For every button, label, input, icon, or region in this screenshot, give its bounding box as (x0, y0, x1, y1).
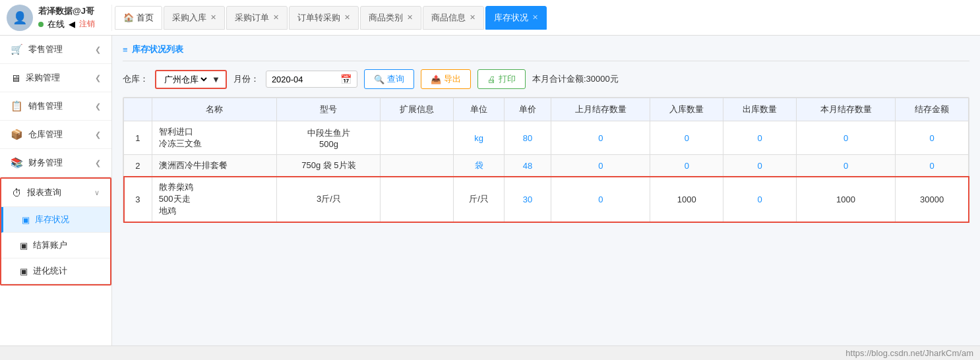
print-btn-label: 打印 (499, 73, 516, 85)
sidebar-sub-item-inventory-label: 库存状况 (35, 214, 69, 225)
print-button[interactable]: 🖨 打印 (477, 69, 526, 89)
row-1-no: 1 (124, 121, 152, 155)
inventory-table: 名称 型号 扩展信息 单位 单价 上月结存数量 入库数量 出库数量 本月结存数量… (123, 98, 969, 222)
sidebar-item-warehouse[interactable]: 📦 仓库管理 ❮ (0, 121, 111, 149)
tab-goods-info[interactable]: 商品信息 ✕ (423, 6, 484, 30)
sidebar-sub-item-inventory[interactable]: ▣ 库存状况 (1, 207, 110, 233)
tab-purchase-order-label: 采购订单 (235, 12, 269, 24)
row-2-model: 750g 袋 5片装 (277, 155, 381, 177)
user-area: 👤 若泽数据@J哥 在线 ◀ 注销 (7, 5, 112, 31)
status-label: 在线 (47, 18, 65, 30)
sidebar-item-retail-label: 零售管理 (28, 44, 63, 55)
warehouse-select-wrapper[interactable]: 广州仓库 北京仓库 上海仓库 ▼ (155, 70, 227, 89)
export-button[interactable]: 📤 导出 (421, 69, 471, 89)
tab-purchase-order-close[interactable]: ✕ (273, 13, 279, 22)
warehouse-icon: 📦 (11, 129, 23, 140)
warehouse-select[interactable]: 广州仓库 北京仓库 上海仓库 (162, 74, 209, 85)
chevron-retail-icon: ❮ (95, 45, 101, 54)
sidebar-item-warehouse-label: 仓库管理 (28, 129, 63, 140)
table-row[interactable]: 1 智利进口冷冻三文鱼 中段生鱼片500g kg 80 0 0 0 0 0 (124, 121, 969, 155)
tab-home[interactable]: 🏠 首页 (115, 6, 162, 30)
filter-bar: 仓库： 广州仓库 北京仓库 上海仓库 ▼ 月份： 📅 🔍 查询 📤 导出 (123, 69, 969, 89)
row-1-unit: kg (454, 121, 505, 155)
tab-home-label: 首页 (137, 12, 154, 24)
tab-purchase-order[interactable]: 采购订单 ✕ (226, 6, 288, 30)
user-status: 在线 ◀ 注销 (38, 18, 95, 30)
sidebar-item-purchase[interactable]: 🖥 采购管理 ❮ (0, 64, 111, 92)
sidebar-item-finance[interactable]: 📚 财务管理 ❮ (0, 149, 111, 177)
sidebar: 🛒 零售管理 ❮ 🖥 采购管理 ❮ 📋 销售管理 ❮ 📦 仓库管理 ❮ (0, 36, 112, 345)
row-2-unit: 袋 (454, 155, 505, 177)
tab-goods-info-label: 商品信息 (431, 12, 466, 24)
row-2-no: 2 (124, 155, 152, 177)
col-curr-qty: 本月结存数量 (796, 98, 895, 121)
sidebar-item-sales-label: 销售管理 (28, 100, 63, 112)
export-btn-label: 导出 (444, 73, 461, 85)
tab-purchase-in-label: 采购入库 (172, 12, 206, 24)
month-label: 月份： (233, 73, 259, 85)
tab-goods-info-close[interactable]: ✕ (470, 13, 475, 22)
query-button[interactable]: 🔍 查询 (364, 69, 414, 89)
home-icon: 🏠 (123, 13, 134, 22)
chevron-warehouse-icon: ❮ (95, 131, 101, 139)
sidebar-item-report[interactable]: ⏱ 报表查询 ∨ (1, 179, 110, 207)
row-2-last-qty: 0 (551, 155, 650, 177)
username: 若泽数据@J哥 (38, 5, 95, 17)
row-3-last-qty: 0 (551, 177, 650, 222)
tab-goods-category-label: 商品类别 (369, 12, 403, 24)
logout-button[interactable]: 注销 (79, 18, 95, 30)
inventory-table-container: 名称 型号 扩展信息 单位 单价 上月结存数量 入库数量 出库数量 本月结存数量… (123, 97, 969, 223)
retail-icon: 🛒 (11, 44, 23, 55)
calendar-icon: 📅 (340, 74, 352, 84)
col-out-qty: 出库数量 (723, 98, 797, 121)
col-balance: 结存金额 (896, 98, 969, 121)
row-3-no: 3 (124, 177, 152, 222)
content-area: ≡ 库存状况列表 仓库： 广州仓库 北京仓库 上海仓库 ▼ 月份： 📅 🔍 查询 (112, 36, 980, 345)
row-1-curr-qty: 0 (796, 121, 895, 155)
tab-order-to-purchase[interactable]: 订单转采购 ✕ (289, 6, 359, 30)
sidebar-sub-item-import-stats[interactable]: ▣ 进化统计 (1, 258, 110, 284)
tab-order-to-purchase-label: 订单转采购 (297, 12, 340, 24)
row-2-balance: 0 (896, 155, 969, 177)
month-input[interactable] (272, 75, 338, 84)
tab-inventory-status[interactable]: 库存状况 ✕ (485, 6, 547, 30)
tab-goods-category-close[interactable]: ✕ (407, 13, 413, 22)
col-unit: 单位 (454, 98, 505, 121)
row-3-price: 30 (504, 177, 551, 222)
col-no (124, 98, 152, 121)
row-3-unit: 斤/只 (454, 177, 505, 222)
tab-purchase-in-close[interactable]: ✕ (210, 13, 216, 22)
table-row-highlighted[interactable]: 3 散养柴鸡500天走地鸡 3斤/只 斤/只 30 0 1000 0 1000 … (124, 177, 969, 222)
sidebar-group-report: ⏱ 报表查询 ∨ ▣ 库存状况 ▣ 结算账户 ▣ 进化统计 (0, 177, 111, 285)
table-row[interactable]: 2 澳洲西冷牛排套餐 750g 袋 5片装 袋 48 0 0 0 0 0 (124, 155, 969, 177)
purchase-icon: 🖥 (11, 73, 20, 84)
tabs-bar: 🏠 首页 采购入库 ✕ 采购订单 ✕ 订单转采购 ✕ 商品类别 ✕ 商品信息 ✕… (115, 6, 973, 30)
tab-inventory-status-close[interactable]: ✕ (532, 13, 538, 22)
row-3-model: 3斤/只 (277, 177, 381, 222)
row-3-out-qty: 0 (723, 177, 797, 222)
sidebar-item-retail[interactable]: 🛒 零售管理 ❮ (0, 36, 111, 64)
status-dot (38, 22, 44, 27)
row-2-name: 澳洲西冷牛排套餐 (152, 155, 277, 177)
main-layout: 🛒 零售管理 ❮ 🖥 采购管理 ❮ 📋 销售管理 ❮ 📦 仓库管理 ❮ (0, 36, 980, 345)
row-3-name: 散养柴鸡500天走地鸡 (152, 177, 277, 222)
sidebar-item-sales[interactable]: 📋 销售管理 ❮ (0, 92, 111, 121)
sidebar-item-finance-label: 财务管理 (28, 157, 63, 169)
status-url: https://blog.csdn.net/JharkCm/am (845, 348, 973, 358)
sidebar-sub-item-settlement[interactable]: ▣ 结算账户 (1, 233, 110, 258)
settlement-sub-icon: ▣ (20, 241, 28, 251)
page-title: 库存状况列表 (132, 44, 183, 55)
tab-purchase-in[interactable]: 采购入库 ✕ (164, 6, 225, 30)
chevron-report-icon: ∨ (94, 189, 100, 197)
inventory-sub-icon: ▣ (22, 215, 30, 225)
row-3-balance: 30000 (896, 177, 969, 222)
tab-order-to-purchase-close[interactable]: ✕ (344, 13, 350, 22)
month-input-wrapper[interactable]: 📅 (266, 71, 357, 88)
row-1-name: 智利进口冷冻三文鱼 (152, 121, 277, 155)
tab-goods-category[interactable]: 商品类别 ✕ (360, 6, 421, 30)
search-icon: 🔍 (374, 75, 384, 84)
sidebar-item-purchase-label: 采购管理 (26, 72, 60, 84)
row-1-out-qty: 0 (723, 121, 797, 155)
warehouse-dropdown-icon: ▼ (212, 75, 220, 84)
col-name: 名称 (152, 98, 277, 121)
